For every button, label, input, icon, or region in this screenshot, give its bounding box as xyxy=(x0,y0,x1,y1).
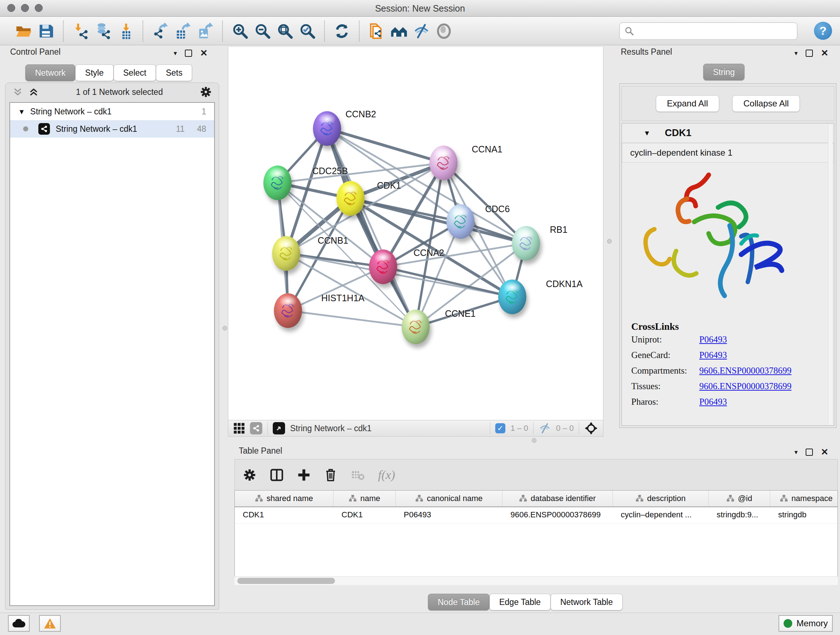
table-row[interactable]: CDK1CDK1P064939606.ENSP00000378699cyclin… xyxy=(235,507,837,524)
expand-all-chevrons-icon[interactable] xyxy=(12,87,23,97)
collapse-panel-icon[interactable]: ▾ xyxy=(794,448,798,456)
table-cell[interactable]: 9606.ENSP00000378699 xyxy=(502,507,613,524)
network-node-cdc25b[interactable] xyxy=(264,165,292,200)
column-header-namespace[interactable]: namespace xyxy=(770,491,840,507)
network-node-ccna2[interactable] xyxy=(369,249,397,284)
import-database-button[interactable] xyxy=(92,19,114,43)
show-all-button[interactable] xyxy=(433,19,455,43)
table-options-gear-icon[interactable] xyxy=(243,468,256,482)
crosslink-value-link[interactable]: P06493 xyxy=(699,350,727,360)
help-button[interactable]: ? xyxy=(814,22,832,40)
table-cell[interactable]: CDK1 xyxy=(235,507,333,524)
memory-button[interactable]: Memory xyxy=(778,615,833,632)
zoom-out-button[interactable] xyxy=(251,19,273,43)
export-image-button[interactable] xyxy=(194,19,216,43)
network-edge[interactable] xyxy=(288,310,416,327)
tab-node-table[interactable]: Node Table xyxy=(428,594,489,610)
column-header--id[interactable]: @id xyxy=(709,491,770,507)
network-canvas[interactable]: CCNB2CCNA1CDC25BCDK1CDC6RB1CCNB1CCNA2CDK… xyxy=(228,47,603,420)
tab-network[interactable]: Network xyxy=(25,65,75,81)
gear-icon[interactable] xyxy=(200,86,212,98)
results-scrollbar[interactable] xyxy=(828,125,832,424)
close-panel-icon[interactable]: ✕ xyxy=(821,48,829,58)
float-panel-icon[interactable] xyxy=(806,448,813,456)
search-input[interactable] xyxy=(634,27,786,36)
tab-sets[interactable]: Sets xyxy=(156,65,192,81)
network-tree-child-row[interactable]: String Network – cdk1 11 48 xyxy=(10,120,214,138)
table-cell[interactable]: cyclin–dependent ... xyxy=(613,507,709,524)
network-node-hist1h1a[interactable] xyxy=(274,293,302,328)
open-session-button[interactable] xyxy=(12,19,35,43)
network-edge[interactable] xyxy=(327,128,444,163)
tree-expand-icon[interactable]: ▾ xyxy=(19,107,24,117)
first-neighbors-button[interactable] xyxy=(388,19,410,43)
network-node-rb1[interactable] xyxy=(512,226,540,261)
refresh-button[interactable] xyxy=(331,19,353,43)
grid-view-icon[interactable] xyxy=(233,423,245,434)
zoom-in-button[interactable] xyxy=(229,19,251,43)
show-columns-icon[interactable] xyxy=(270,468,284,482)
float-panel-icon[interactable] xyxy=(806,50,813,57)
crosslink-value-link[interactable]: 9606.ENSP00000378699 xyxy=(699,366,791,376)
table-cell[interactable]: stringdb:9... xyxy=(709,507,770,524)
network-node-ccna1[interactable] xyxy=(429,146,458,180)
selected-checkbox-icon[interactable]: ✓ xyxy=(495,423,505,433)
zoom-fit-button[interactable] xyxy=(273,19,296,43)
tab-string[interactable]: String xyxy=(703,64,745,80)
tab-network-table[interactable]: Network Table xyxy=(551,594,622,610)
crosslink-value-link[interactable]: P06493 xyxy=(699,397,727,407)
bottom-splitter-handle[interactable] xyxy=(532,438,537,443)
node-result-header[interactable]: ▼ CDK1 xyxy=(622,124,834,143)
table-hscrollbar-thumb[interactable] xyxy=(237,578,335,584)
hide-selected-button[interactable] xyxy=(410,19,433,43)
results-panel-chrome: ▾ ✕ xyxy=(794,48,829,58)
network-view-icon[interactable] xyxy=(250,422,262,434)
network-node-cdc6[interactable] xyxy=(447,204,475,239)
column-header-canonical-name[interactable]: canonical name xyxy=(396,491,502,507)
expand-all-button[interactable]: Expand All xyxy=(656,95,719,112)
network-node-cdk1[interactable] xyxy=(336,181,365,216)
crosslink-value-link[interactable]: 9606.ENSP00000378699 xyxy=(699,381,791,391)
tab-style[interactable]: Style xyxy=(75,65,113,81)
import-table-button[interactable] xyxy=(114,19,137,43)
delete-column-trash-icon[interactable] xyxy=(324,468,338,482)
warning-status-button[interactable] xyxy=(39,615,61,632)
close-panel-icon[interactable]: ✕ xyxy=(200,48,208,58)
column-header-database-identifier[interactable]: database identifier xyxy=(502,491,613,507)
hidden-eye-icon[interactable] xyxy=(538,422,551,434)
column-header-description[interactable]: description xyxy=(613,491,709,507)
zoom-selected-button[interactable] xyxy=(296,19,318,43)
network-tree-root-row[interactable]: ▾ String Network – cdk1 1 xyxy=(10,103,214,120)
import-network-button[interactable] xyxy=(69,19,92,43)
table-cell[interactable]: CDK1 xyxy=(333,507,396,524)
add-column-plus-icon[interactable] xyxy=(297,468,311,482)
close-panel-icon[interactable]: ✕ xyxy=(821,447,829,457)
save-session-button[interactable] xyxy=(35,19,57,43)
collapse-entry-icon[interactable]: ▼ xyxy=(644,129,651,137)
left-splitter-handle[interactable] xyxy=(223,326,227,331)
column-header-shared-name[interactable]: shared name xyxy=(235,491,333,507)
table-cell[interactable]: P06493 xyxy=(396,507,502,524)
export-network-button[interactable] xyxy=(149,19,172,43)
tab-edge-table[interactable]: Edge Table xyxy=(489,594,551,610)
collapse-all-button[interactable]: Collapse All xyxy=(732,95,800,112)
network-edge[interactable] xyxy=(383,267,512,297)
cloud-status-button[interactable] xyxy=(8,615,30,632)
tab-select[interactable]: Select xyxy=(114,65,156,81)
column-header-name[interactable]: name xyxy=(333,491,396,507)
network-node-cdkn1a[interactable] xyxy=(498,279,526,314)
collapse-panel-icon[interactable]: ▾ xyxy=(174,49,177,57)
network-node-ccnb2[interactable] xyxy=(313,111,341,146)
crosslink-value-link[interactable]: P06493 xyxy=(699,334,727,345)
network-node-ccnb1[interactable] xyxy=(272,236,300,271)
collapse-panel-icon[interactable]: ▾ xyxy=(794,49,798,57)
right-splitter-handle[interactable] xyxy=(607,239,612,244)
birds-eye-view-icon[interactable] xyxy=(273,422,285,434)
network-node-ccne1[interactable] xyxy=(401,310,430,344)
fit-content-crosshair-icon[interactable] xyxy=(584,421,598,435)
export-table-button[interactable] xyxy=(172,19,194,43)
new-network-from-selection-button[interactable] xyxy=(365,19,388,43)
collapse-all-chevrons-icon[interactable] xyxy=(28,87,39,97)
table-cell[interactable]: stringdb xyxy=(770,507,840,524)
float-panel-icon[interactable] xyxy=(185,50,192,57)
